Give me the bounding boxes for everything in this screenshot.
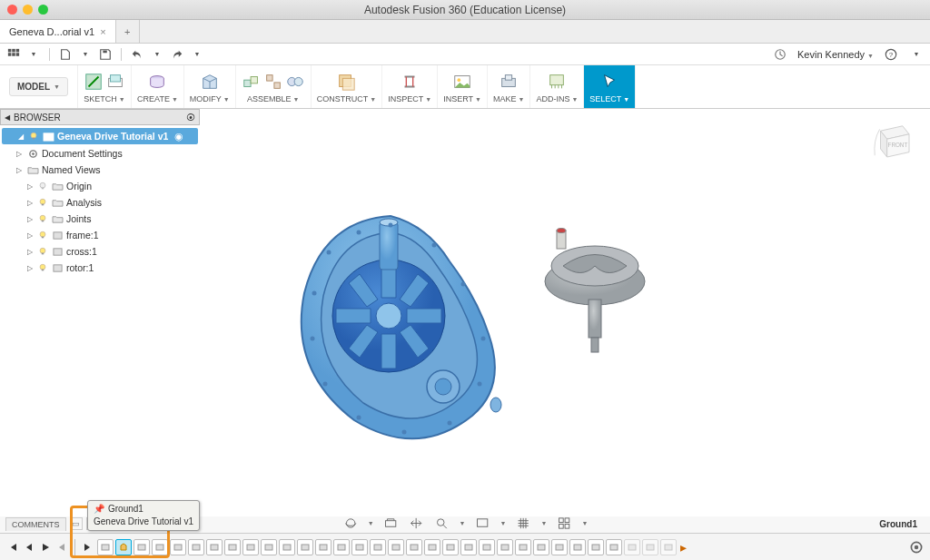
pan-button[interactable]	[409, 515, 425, 531]
timeline-feature[interactable]	[588, 539, 604, 555]
timeline-feature[interactable]	[188, 539, 204, 555]
timeline-feature[interactable]	[351, 539, 368, 555]
radio-icon[interactable]: ◉	[174, 131, 183, 142]
file-menu-button[interactable]	[57, 46, 74, 63]
grid-button[interactable]	[515, 515, 531, 531]
job-status-icon[interactable]	[772, 46, 788, 63]
timeline-feature[interactable]	[279, 539, 295, 555]
pin-icon[interactable]: ⦿	[186, 113, 195, 123]
svg-rect-0	[8, 48, 12, 52]
timeline-play-button[interactable]	[38, 540, 53, 555]
timeline-end-button[interactable]	[81, 540, 95, 555]
sketch-toolgroup[interactable]: SKETCH▼	[78, 65, 132, 108]
timeline-feature[interactable]	[442, 539, 459, 555]
timeline-feature[interactable]	[479, 539, 495, 555]
timeline-feature[interactable]	[569, 539, 586, 555]
look-button[interactable]	[383, 515, 400, 531]
modify-toolgroup[interactable]: MODIFY▼	[184, 65, 236, 108]
timeline-prev-button[interactable]	[22, 540, 36, 555]
timeline-feature[interactable]	[152, 539, 168, 555]
timeline-feature[interactable]	[206, 539, 223, 555]
workspace-selector[interactable]: MODEL▼	[0, 65, 78, 108]
timeline-feature[interactable]	[370, 539, 386, 555]
browser-node-frame[interactable]: ▷ frame:1	[0, 227, 200, 243]
timeline-feature[interactable]	[97, 539, 114, 555]
insert-toolgroup[interactable]: INSERT▼	[438, 65, 488, 108]
browser-node-rotor[interactable]: ▷ rotor:1	[0, 260, 200, 276]
save-button[interactable]	[97, 46, 114, 63]
timeline-feature[interactable]	[515, 539, 531, 555]
timeline-feature[interactable]	[315, 539, 331, 555]
file-dropdown[interactable]: ▼	[77, 46, 94, 63]
browser-node-namedviews[interactable]: ▷ Named Views	[0, 162, 200, 178]
lightbulb-icon[interactable]	[37, 230, 48, 241]
timeline-feature[interactable]	[297, 539, 313, 555]
browser-node-docsettings[interactable]: ▷ Document Settings	[0, 145, 200, 162]
timeline-feature[interactable]	[624, 539, 640, 555]
timeline-feature[interactable]	[115, 539, 132, 555]
timeline-feature[interactable]	[460, 539, 477, 555]
timeline-feature[interactable]	[224, 539, 241, 555]
timeline-start-button[interactable]	[5, 540, 20, 555]
construct-toolgroup[interactable]: CONSTRUCT▼	[312, 65, 382, 108]
inspect-toolgroup[interactable]: INSPECT▼	[382, 65, 438, 108]
view-cube[interactable]: FRONT	[868, 116, 917, 165]
browser-node-joints[interactable]: ▷ Joints	[0, 211, 200, 227]
browser-node-origin[interactable]: ▷ Origin	[0, 178, 200, 194]
redo-dropdown[interactable]: ▼	[189, 46, 205, 63]
undo-dropdown[interactable]: ▼	[149, 46, 165, 63]
help-dropdown[interactable]: ▼	[908, 46, 925, 63]
comment-toggle-1[interactable]: ▭	[70, 517, 83, 530]
component-icon	[51, 262, 64, 273]
timeline-feature[interactable]	[261, 539, 277, 555]
select-toolgroup[interactable]: SELECT▼	[584, 65, 636, 108]
create-toolgroup[interactable]: CREATE▼	[132, 65, 184, 108]
comments-tab[interactable]: COMMENTS	[5, 517, 66, 531]
make-toolgroup[interactable]: MAKE▼	[488, 65, 530, 108]
lightbulb-icon[interactable]	[37, 246, 48, 257]
assemble-toolgroup[interactable]: ASSEMBLE▼	[236, 65, 312, 108]
close-tab-icon[interactable]: ×	[100, 26, 105, 37]
timeline-feature[interactable]	[388, 539, 404, 555]
browser-panel-header[interactable]: ◀ BROWSER ⦿	[0, 109, 200, 125]
timeline-feature[interactable]	[406, 539, 422, 555]
timeline-feature[interactable]	[660, 539, 677, 555]
addins-toolgroup[interactable]: ADD-INS▼	[530, 65, 584, 108]
new-tab-button[interactable]: +	[116, 20, 140, 43]
data-panel-button[interactable]	[5, 46, 22, 63]
timeline-feature[interactable]	[242, 539, 259, 555]
user-menu[interactable]: Kevin Kennedy ▼	[797, 49, 874, 60]
undo-button[interactable]	[129, 46, 145, 63]
timeline-feature[interactable]	[134, 539, 150, 555]
timeline-feature[interactable]	[642, 539, 658, 555]
lightbulb-icon[interactable]	[37, 181, 48, 192]
display-button[interactable]	[475, 515, 491, 531]
timeline-feature[interactable]	[606, 539, 622, 555]
lightbulb-icon[interactable]	[28, 131, 39, 142]
lightbulb-icon[interactable]	[37, 197, 48, 208]
viewport-button[interactable]	[556, 515, 572, 531]
document-tab[interactable]: Geneva D...orial v1 ×	[0, 20, 116, 43]
timeline-marker[interactable]: ▸	[680, 540, 687, 555]
folder-icon	[51, 181, 64, 192]
timeline-feature[interactable]	[424, 539, 440, 555]
timeline-next-button[interactable]	[54, 540, 69, 555]
timeline-feature[interactable]	[551, 539, 568, 555]
zoom-button[interactable]	[434, 515, 450, 531]
redo-button[interactable]	[169, 46, 185, 63]
lightbulb-icon[interactable]	[37, 262, 48, 273]
help-button[interactable]: ?	[883, 46, 899, 63]
browser-root-node[interactable]: ◢ Geneva Drive Tutorial v1 ◉	[2, 128, 198, 144]
timeline-feature[interactable]	[497, 539, 513, 555]
svg-point-54	[312, 291, 317, 296]
timeline-feature[interactable]	[533, 539, 549, 555]
timeline-settings-button[interactable]	[908, 539, 925, 555]
timeline-feature[interactable]	[170, 539, 186, 555]
sketch-icon-2	[105, 72, 125, 92]
lightbulb-icon[interactable]	[37, 213, 48, 224]
orbit-button[interactable]	[342, 515, 359, 531]
browser-node-cross[interactable]: ▷ cross:1	[0, 243, 200, 260]
browser-node-analysis[interactable]: ▷ Analysis	[0, 194, 200, 211]
timeline-feature[interactable]	[333, 539, 350, 555]
data-panel-dropdown[interactable]: ▼	[25, 46, 42, 63]
